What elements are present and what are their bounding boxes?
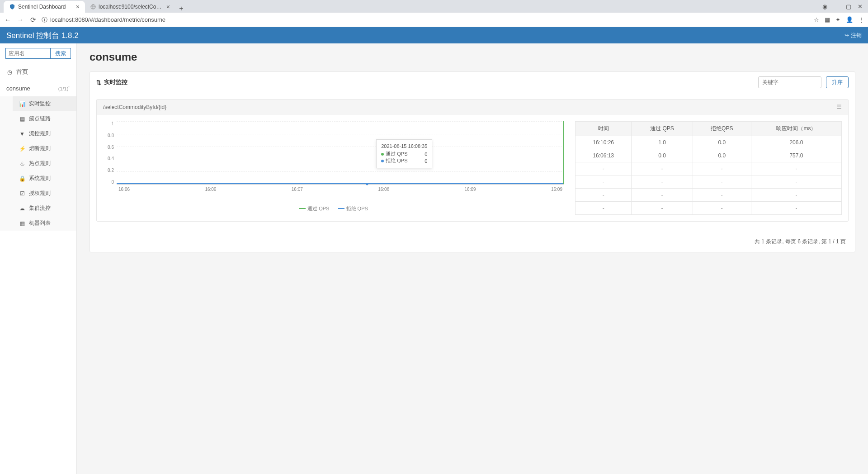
profile-icon[interactable]: 👤 bbox=[846, 16, 853, 23]
fire-icon: ♨ bbox=[19, 161, 25, 167]
app-search-input[interactable] bbox=[5, 48, 51, 59]
sidebar-item-cloud[interactable]: ☁集群流控 bbox=[13, 201, 76, 216]
clock-icon: ◷ bbox=[6, 69, 13, 76]
metric-panel: ⇅ 实时监控 升序 /selectCommodityById/{id} ☰ bbox=[90, 71, 855, 252]
table-header: 拒绝QPS bbox=[693, 122, 751, 136]
app-title: Sentinel 控制台 1.8.2 bbox=[6, 30, 79, 41]
globe-icon bbox=[90, 4, 96, 10]
maximize-icon[interactable]: ▢ bbox=[846, 3, 851, 10]
back-button[interactable]: ← bbox=[4, 16, 12, 24]
sort-icon: ⇅ bbox=[96, 79, 101, 86]
data-point bbox=[366, 183, 368, 185]
puzzle-icon[interactable]: ✦ bbox=[835, 16, 840, 23]
metric-card: /selectCommodityById/{id} ☰ 10.80.60.40.… bbox=[96, 99, 849, 222]
close-window-icon[interactable]: ✕ bbox=[858, 3, 863, 10]
search-button[interactable]: 搜索 bbox=[51, 48, 71, 59]
sidebar-app-group[interactable]: consume (1/1)ˇ bbox=[0, 81, 76, 96]
page-title: consume bbox=[90, 51, 855, 63]
tab-title: localhost:9100/selectCommod... bbox=[99, 4, 164, 10]
info-icon: ⓘ bbox=[42, 16, 47, 24]
sidebar-home[interactable]: ◷ 首页 bbox=[0, 63, 76, 81]
table-header: 响应时间（ms） bbox=[751, 122, 841, 136]
tooltip-time: 2021-08-15 16:08:35 bbox=[381, 143, 427, 149]
address-bar: ← → ⟳ ⓘ localhost:8080/#/dashboard/metri… bbox=[0, 13, 868, 27]
star-icon[interactable]: ☆ bbox=[814, 16, 819, 23]
sidebar-item-bolt[interactable]: ⚡熔断规则 bbox=[13, 141, 76, 156]
url-field[interactable]: ⓘ localhost:8080/#/dashboard/metric/cons… bbox=[42, 16, 809, 24]
cloud-icon: ☁ bbox=[19, 205, 25, 212]
app-header: Sentinel 控制台 1.8.2 ↪ 注销 bbox=[0, 27, 868, 43]
logout-icon: ↪ bbox=[844, 32, 849, 38]
table-row: ---- bbox=[576, 162, 842, 175]
sort-button[interactable]: 升序 bbox=[826, 76, 849, 88]
sidebar-item-lock[interactable]: 🔒系统规则 bbox=[13, 171, 76, 186]
chart-icon: 📊 bbox=[19, 101, 25, 107]
table-row: ---- bbox=[576, 175, 842, 189]
close-icon[interactable]: × bbox=[76, 3, 80, 10]
reload-button[interactable]: ⟳ bbox=[29, 16, 37, 24]
sidebar-item-check[interactable]: ☑授权规则 bbox=[13, 186, 76, 201]
block-qps-line bbox=[117, 183, 564, 184]
sidebar-item-server[interactable]: ▦机器列表 bbox=[13, 216, 76, 231]
sidebar-item-list[interactable]: ▤簇点链路 bbox=[13, 111, 76, 126]
forward-button[interactable]: → bbox=[16, 16, 24, 24]
server-icon: ▦ bbox=[19, 220, 25, 227]
bolt-icon: ⚡ bbox=[19, 146, 25, 152]
tab-title: Sentinel Dashboard bbox=[18, 4, 66, 10]
table-header: 时间 bbox=[576, 122, 632, 136]
table-row: 16:06:130.00.0757.0 bbox=[576, 149, 842, 162]
table-row: ---- bbox=[576, 189, 842, 202]
browser-tab-1[interactable]: localhost:9100/selectCommod... × bbox=[85, 1, 175, 13]
metric-table: 时间通过 QPS拒绝QPS响应时间（ms） 16:10:261.00.0206.… bbox=[575, 121, 842, 215]
table-row: 16:10:261.00.0206.0 bbox=[576, 136, 842, 149]
new-tab-button[interactable]: + bbox=[175, 5, 187, 13]
menu-icon[interactable]: ⋮ bbox=[859, 16, 864, 23]
list-icon: ▤ bbox=[19, 116, 25, 122]
resource-name: /selectCommodityById/{id} bbox=[103, 104, 166, 110]
sidebar-item-filter[interactable]: ▼流控规则 bbox=[13, 126, 76, 141]
browser-tab-0[interactable]: Sentinel Dashboard × bbox=[4, 1, 85, 13]
sidebar: 搜索 ◷ 首页 consume (1/1)ˇ 📊实时监控▤簇点链路▼流控规则⚡熔… bbox=[0, 43, 77, 474]
table-row: ---- bbox=[576, 202, 842, 215]
panel-title: 实时监控 bbox=[104, 78, 127, 86]
url-text: localhost:8080/#/dashboard/metric/consum… bbox=[50, 16, 165, 23]
incognito-icon: ◉ bbox=[822, 3, 827, 10]
qps-chart: 10.80.60.40.20 bbox=[103, 121, 564, 215]
chart-tooltip: 2021-08-15 16:08:35 通过 QPS0 拒绝 QPS0 bbox=[376, 139, 432, 168]
sidebar-item-fire[interactable]: ♨热点规则 bbox=[13, 156, 76, 171]
lock-icon: 🔒 bbox=[19, 175, 25, 182]
browser-tab-strip: Sentinel Dashboard × localhost:9100/sele… bbox=[0, 0, 868, 13]
pagination-info: 共 1 条记录, 每页 6 条记录, 第 1 / 1 页 bbox=[96, 238, 849, 246]
logout-link[interactable]: ↪ 注销 bbox=[844, 32, 862, 39]
keyword-input[interactable] bbox=[758, 76, 821, 88]
filter-icon: ▼ bbox=[19, 131, 25, 137]
extension-icon[interactable]: ▦ bbox=[825, 16, 830, 23]
shield-icon bbox=[9, 4, 15, 10]
chart-legend: 通过 QPS 拒绝 QPS bbox=[103, 204, 564, 212]
check-icon: ☑ bbox=[19, 190, 25, 197]
chevron-down-icon: ˇ bbox=[68, 86, 70, 91]
close-icon[interactable]: × bbox=[166, 3, 170, 10]
pass-qps-line bbox=[563, 121, 564, 184]
minimize-icon[interactable]: — bbox=[834, 3, 840, 10]
hamburger-icon[interactable]: ☰ bbox=[837, 104, 842, 110]
sidebar-item-chart[interactable]: 📊实时监控 bbox=[13, 96, 76, 111]
table-header: 通过 QPS bbox=[632, 122, 693, 136]
main-content: consume ⇅ 实时监控 升序 /selectCommodityById/{… bbox=[77, 43, 868, 474]
